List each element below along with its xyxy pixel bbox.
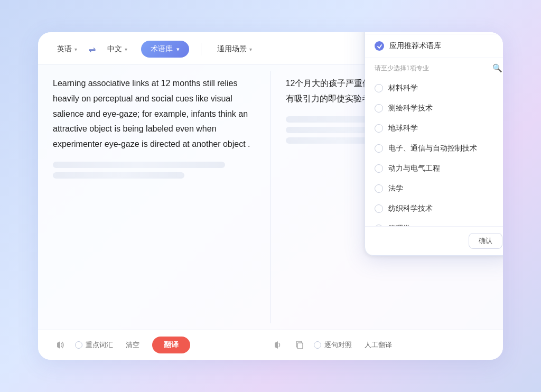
- svg-marker-1: [275, 341, 278, 349]
- specialty-item[interactable]: 地球科学: [365, 118, 503, 138]
- skeleton-1: [53, 162, 225, 168]
- terminology-chevron-icon: ▾: [176, 46, 180, 53]
- specialty-radio[interactable]: [375, 84, 383, 92]
- sentence-radio[interactable]: [314, 341, 321, 349]
- specialty-search-row: 请至少选择1项专业 🔍: [365, 58, 503, 78]
- svg-marker-0: [57, 341, 60, 349]
- specialty-list: 材料科学测绘科学技术地球科学电子、通信与自动控制技术动力与电气工程法学纺织科学技…: [365, 78, 503, 226]
- confirm-button[interactable]: 确认: [469, 233, 502, 249]
- source-lang-label: 英语: [57, 44, 72, 54]
- specialty-item[interactable]: 管理学: [365, 219, 503, 226]
- specialty-radio[interactable]: [375, 144, 383, 153]
- specialty-radio[interactable]: [375, 124, 383, 133]
- scene-selector[interactable]: 通用场景 ▾: [213, 42, 256, 56]
- header-bar: 英语 ▾ ⇌ 中文 ▾ 术语库 ▾ 通用场景 ▾ 应用个人术语库: [38, 32, 503, 64]
- specialty-radio[interactable]: [375, 164, 383, 173]
- target-lang-arrow: ▾: [125, 46, 127, 52]
- keywords-radio[interactable]: [75, 341, 82, 349]
- manual-translate-button[interactable]: 人工翻译: [359, 338, 397, 352]
- swap-icon[interactable]: ⇌: [89, 44, 96, 54]
- specialty-item[interactable]: 测绘科学技术: [365, 98, 503, 118]
- specialty-item[interactable]: 材料科学: [365, 78, 503, 98]
- footer-bar: 重点词汇 清空 翻译 逐句对照 人工翻译: [38, 330, 503, 360]
- source-lang-selector[interactable]: 英语 ▾: [53, 42, 81, 56]
- specialty-item[interactable]: 法学: [365, 179, 503, 199]
- dropdown-footer: 确认: [365, 226, 503, 255]
- target-lang-selector[interactable]: 中文 ▾: [103, 42, 132, 56]
- specialty-item[interactable]: 动力与电气工程: [365, 158, 503, 179]
- specialty-radio[interactable]: [375, 104, 383, 113]
- source-text[interactable]: Learning associative links at 12 months …: [53, 76, 256, 152]
- skeleton-2: [53, 172, 184, 179]
- specialty-item[interactable]: 纺织科学技术: [365, 199, 503, 219]
- copy-button[interactable]: [293, 338, 306, 352]
- target-lang-label: 中文: [107, 44, 122, 54]
- source-lang-arrow: ▾: [74, 46, 77, 52]
- sentence-option[interactable]: 逐句对照: [314, 340, 352, 350]
- header-divider: [201, 43, 201, 55]
- scene-arrow-icon: ▾: [249, 46, 252, 52]
- svg-rect-2: [297, 343, 303, 349]
- main-card: 英语 ▾ ⇌ 中文 ▾ 术语库 ▾ 通用场景 ▾ 应用个人术语库: [38, 32, 503, 360]
- specialty-radio[interactable]: [375, 204, 383, 213]
- clear-button[interactable]: 清空: [120, 338, 145, 352]
- specialty-radio[interactable]: [375, 225, 383, 226]
- specialty-radio[interactable]: [375, 184, 383, 193]
- source-pane[interactable]: Learning associative links at 12 months …: [38, 64, 270, 330]
- terminology-dropdown: 应用个人术语库 › 应用推荐术语库 请至少选择1项专业 🔍 材料科学测绘科学技术…: [365, 32, 503, 256]
- check-icon-recommended: [375, 41, 384, 51]
- source-audio-button[interactable]: [53, 338, 68, 352]
- terminology-button[interactable]: 术语库 ▾: [141, 41, 189, 58]
- specialty-item[interactable]: 电子、通信与自动控制技术: [365, 138, 503, 158]
- keywords-option[interactable]: 重点词汇: [75, 340, 113, 350]
- translate-button[interactable]: 翻译: [152, 337, 190, 353]
- search-icon: 🔍: [492, 63, 502, 73]
- footer-right: 逐句对照 人工翻译: [270, 338, 488, 352]
- target-audio-button[interactable]: [270, 338, 285, 352]
- footer-left: 重点词汇 清空 翻译: [53, 337, 270, 353]
- recommended-lib-item[interactable]: 应用推荐术语库: [365, 34, 503, 58]
